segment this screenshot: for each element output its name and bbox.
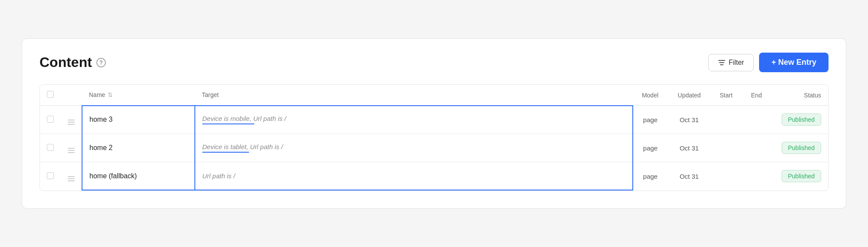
content-table: Name ⇅ Target Model Updated Start (40, 85, 828, 190)
table-body: home 3Device is mobile, Url path is /pag… (40, 106, 828, 190)
page-header: Content ? Filter + New Entry (39, 53, 829, 72)
status-badge: Published (782, 142, 822, 154)
row-target-cell: Device is mobile, Url path is / (195, 106, 633, 134)
row-name: home 3 (89, 116, 112, 123)
th-start: Start (711, 85, 741, 106)
row-checkbox-cell (40, 134, 61, 162)
table-container: Name ⇅ Target Model Updated Start (39, 84, 829, 191)
help-icon[interactable]: ? (96, 58, 106, 67)
row-target-text: Device is mobile, Url path is / (202, 115, 286, 124)
row-end-cell (741, 106, 772, 134)
drag-handle[interactable] (68, 120, 75, 125)
row-updated-cell: Oct 31 (667, 134, 711, 162)
row-updated-cell: Oct 31 (667, 106, 711, 134)
header-actions: Filter + New Entry (708, 53, 829, 72)
th-updated: Updated (667, 85, 711, 106)
th-updated-label: Updated (678, 92, 701, 99)
drag-handle[interactable] (68, 176, 75, 181)
row-start-cell (711, 162, 741, 190)
status-badge: Published (782, 170, 822, 182)
row-end-cell (741, 162, 772, 190)
th-start-label: Start (720, 92, 733, 99)
page-wrapper: Content ? Filter + New Entry (22, 38, 846, 209)
row-model: page (643, 173, 658, 180)
header-checkbox[interactable] (47, 91, 54, 98)
page-title-group: Content ? (39, 54, 106, 70)
row-status-cell: Published (772, 106, 828, 134)
table-row: home (fallback)Url path is /pageOct 31Pu… (40, 162, 828, 190)
row-checkbox-cell (40, 162, 61, 190)
th-model-label: Model (642, 92, 658, 99)
table-header-row: Name ⇅ Target Model Updated Start (40, 85, 828, 106)
row-name-cell: home (fallback) (82, 162, 195, 190)
row-name: home (fallback) (89, 172, 137, 180)
th-target-label: Target (202, 91, 219, 98)
th-status-label: Status (804, 92, 821, 99)
row-drag-cell (61, 162, 82, 190)
th-drag (61, 85, 82, 106)
row-checkbox[interactable] (47, 116, 54, 123)
row-name-cell: home 2 (82, 134, 195, 162)
target-underline (202, 124, 254, 124)
th-status: Status (772, 85, 828, 106)
row-status-cell: Published (772, 134, 828, 162)
th-model: Model (633, 85, 667, 106)
drag-handle[interactable] (68, 148, 75, 153)
row-updated: Oct 31 (680, 116, 699, 124)
row-target-cell: Device is tablet, Url path is / (195, 134, 633, 162)
th-end-label: End (751, 92, 762, 99)
row-model: page (643, 116, 658, 124)
target-underline (202, 152, 249, 153)
th-end: End (741, 85, 772, 106)
row-model: page (643, 144, 658, 152)
row-checkbox-cell (40, 106, 61, 134)
filter-icon (718, 60, 725, 65)
row-name: home 2 (89, 144, 112, 151)
table-row: home 2Device is tablet, Url path is /pag… (40, 134, 828, 162)
row-start-cell (711, 106, 741, 134)
new-entry-label: + New Entry (771, 58, 816, 67)
row-drag-cell (61, 106, 82, 134)
row-model-cell: page (633, 162, 667, 190)
sort-icon[interactable]: ⇅ (108, 91, 113, 98)
row-checkbox[interactable] (47, 172, 54, 179)
th-checkbox (40, 85, 61, 106)
filter-button[interactable]: Filter (708, 54, 754, 71)
row-model-cell: page (633, 106, 667, 134)
row-updated: Oct 31 (680, 144, 699, 152)
row-start-cell (711, 134, 741, 162)
row-checkbox[interactable] (47, 144, 54, 151)
table-row: home 3Device is mobile, Url path is /pag… (40, 106, 828, 134)
row-end-cell (741, 134, 772, 162)
row-model-cell: page (633, 134, 667, 162)
row-status-cell: Published (772, 162, 828, 190)
filter-label: Filter (729, 59, 744, 67)
status-badge: Published (782, 113, 822, 126)
row-name-cell: home 3 (82, 106, 195, 134)
row-updated: Oct 31 (680, 173, 699, 180)
th-name: Name ⇅ (82, 85, 195, 106)
th-name-label: Name (89, 91, 105, 98)
row-target-cell: Url path is / (195, 162, 633, 190)
new-entry-button[interactable]: + New Entry (759, 53, 829, 72)
row-target-text: Device is tablet, Url path is / (202, 143, 283, 153)
row-target-text: Url path is / (202, 172, 235, 180)
th-target: Target (195, 85, 633, 106)
row-drag-cell (61, 134, 82, 162)
page-title: Content (39, 54, 92, 70)
row-updated-cell: Oct 31 (667, 162, 711, 190)
